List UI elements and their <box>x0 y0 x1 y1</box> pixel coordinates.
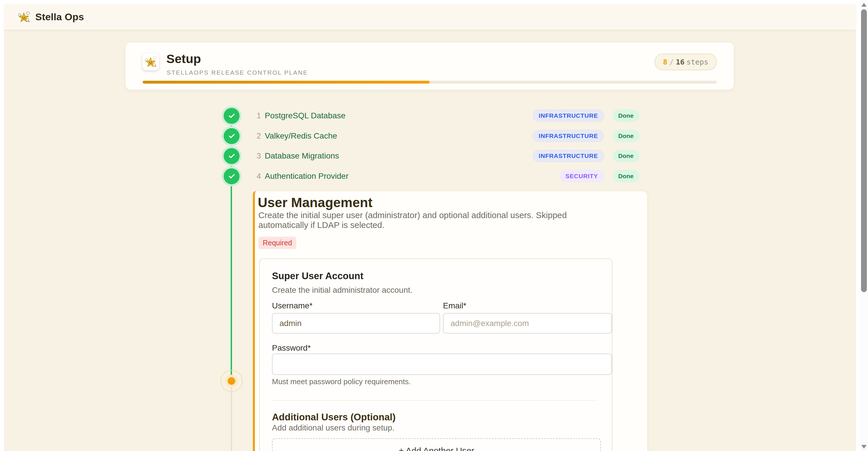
step-number: 3 <box>253 152 261 161</box>
username-field[interactable] <box>272 313 440 333</box>
check-icon <box>224 148 240 164</box>
status-badge: Done <box>613 150 640 162</box>
additional-users-heading: Additional Users (Optional) <box>272 412 396 423</box>
top-header-bar: Stella Ops <box>4 4 856 30</box>
step-title: Database Migrations <box>265 151 339 161</box>
category-badge: INFRASTRUCTURE <box>532 130 604 142</box>
add-another-user-label: + Add Another User <box>399 446 474 451</box>
scrollbar[interactable] <box>860 0 868 451</box>
step-row-authentication-provider[interactable]: 4 Authentication Provider SECURITY Done <box>224 166 640 186</box>
section-divider <box>272 400 597 401</box>
password-field[interactable] <box>272 354 612 375</box>
password-hint: Must meet password policy requirements. <box>272 377 411 386</box>
steps-label: steps <box>687 58 708 66</box>
scrollbar-thumb[interactable] <box>861 9 867 292</box>
category-badge: SECURITY <box>559 170 604 183</box>
required-badge: Required <box>258 237 296 249</box>
super-user-heading: Super User Account <box>272 270 363 282</box>
category-badge: INFRASTRUCTURE <box>532 109 604 122</box>
step-number: 2 <box>253 132 261 140</box>
steps-separator: / <box>670 58 674 66</box>
check-icon <box>224 168 240 184</box>
additional-users-subheading: Add additional users during setup. <box>272 423 394 432</box>
setup-progress-card: Setup STELLAOPS RELEASE CONTROL PLANE 8 … <box>126 42 734 90</box>
setup-title: Setup <box>166 52 201 66</box>
check-icon <box>224 108 240 124</box>
step-number: 4 <box>253 172 261 181</box>
scroll-down-arrow-icon[interactable] <box>861 445 867 449</box>
steps-total: 16 <box>676 58 685 66</box>
email-field[interactable] <box>443 313 612 333</box>
setup-progress-fill <box>143 81 430 84</box>
current-step-title: User Management <box>258 195 372 210</box>
step-row-valkey-redis[interactable]: 2 Valkey/Redis Cache INFRASTRUCTURE Done <box>224 126 640 146</box>
setup-subtitle: STELLAOPS RELEASE CONTROL PLANE <box>167 69 308 76</box>
username-label: Username* <box>272 301 312 311</box>
stella-ops-logo-icon <box>18 10 31 24</box>
email-label: Email* <box>443 301 466 311</box>
check-icon <box>224 128 240 144</box>
steps-count-pill: 8 / 16 steps <box>654 54 717 70</box>
status-badge: Done <box>613 170 640 183</box>
current-step-description: Create the initial super user (administr… <box>258 210 580 230</box>
user-management-card: User Management Create the initial super… <box>253 191 648 451</box>
step-row-database-migrations[interactable]: 3 Database Migrations INFRASTRUCTURE Don… <box>224 146 640 166</box>
password-label: Password* <box>272 343 311 353</box>
scroll-up-arrow-icon[interactable] <box>861 3 867 7</box>
step-title: Authentication Provider <box>265 171 349 181</box>
step-title: Valkey/Redis Cache <box>265 131 337 140</box>
add-another-user-button[interactable]: + Add Another User <box>272 438 601 451</box>
status-badge: Done <box>613 109 640 122</box>
step-row-postgresql[interactable]: 1 PostgreSQL Database INFRASTRUCTURE Don… <box>224 105 640 126</box>
status-badge: Done <box>613 130 640 142</box>
super-user-subheading: Create the initial administrator account… <box>272 286 412 295</box>
step-title: PostgreSQL Database <box>265 111 345 120</box>
step-number: 1 <box>253 111 261 120</box>
setup-progress-track <box>143 81 717 84</box>
super-user-form-card: Super User Account Create the initial ad… <box>259 258 613 451</box>
app-name: Stella Ops <box>35 11 84 23</box>
steps-current: 8 <box>663 58 668 66</box>
category-badge: INFRASTRUCTURE <box>532 150 604 162</box>
setup-app-icon <box>142 54 159 70</box>
current-step-marker-dot <box>228 377 235 385</box>
